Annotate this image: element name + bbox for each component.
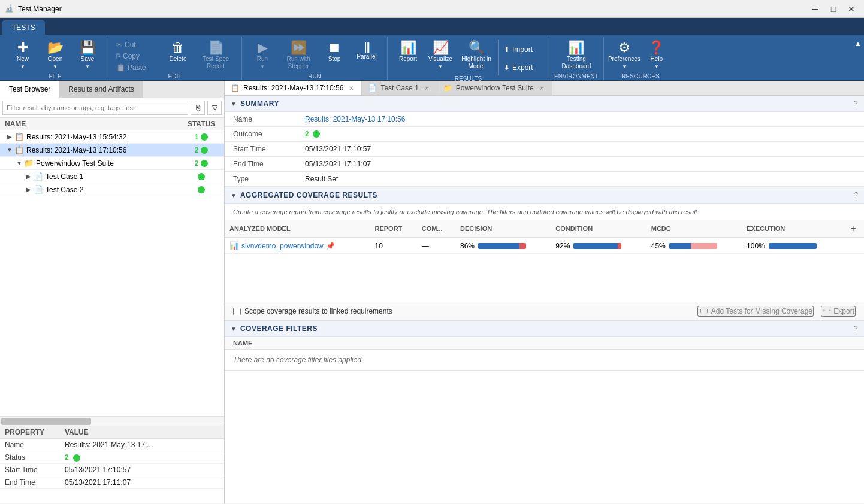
run-button[interactable]: ▶ Run ▼ (247, 40, 278, 73)
open-button[interactable]: 📂 Open ▼ (40, 40, 71, 73)
ribbon-group-environment: 📊 Testing Dashboard ENVIRONMENT (549, 37, 604, 80)
ribbon-collapse: ▲ (852, 37, 862, 80)
close-button[interactable]: ✕ (844, 3, 859, 15)
paste-button[interactable]: 📋 Paste (113, 62, 161, 73)
tree-item-tc2[interactable]: ▶ 📄 Test Case 2 (0, 183, 224, 196)
summary-toggle-icon: ▼ (231, 101, 237, 107)
copy-filter-button[interactable]: ⎘ (191, 101, 205, 115)
report-button[interactable]: 📊 Report (392, 40, 424, 73)
run-with-stepper-button[interactable]: ⏩ Run with Stepper (279, 40, 318, 73)
result-status-2: 2 (183, 146, 219, 154)
model-link[interactable]: slvnvdemo_powerwindow (241, 242, 324, 250)
expand-toggle-tc2[interactable]: ▶ (24, 186, 34, 193)
condition-pct: 92% (555, 242, 570, 250)
decision-bar (478, 243, 526, 249)
results-tab-label: Results: 2021-May-13 17:10:56 (243, 84, 343, 92)
suite-tab[interactable]: 📁 Powerwindow Test Suite ✕ (437, 81, 552, 95)
tree-item-result-2[interactable]: ▼ 📋 Results: 2021-May-13 17:10:56 2 (0, 144, 224, 157)
testcase1-tab-close[interactable]: ✕ (422, 84, 431, 92)
copy-button[interactable]: ⎘ Copy (113, 51, 161, 62)
property-row-name: Name Results: 2021-May-13 17:... (0, 439, 224, 451)
cut-button[interactable]: ✂ Cut (113, 40, 161, 50)
h-scroll-thumb[interactable] (1, 418, 91, 425)
result-name-link[interactable]: Results: 2021-May-13 17:10:56 (305, 115, 405, 123)
ribbon-group-resources: ⚙ Preferences ▼ ❓ Help ▼ RESOURCES (604, 37, 677, 80)
decision-pct: 86% (460, 242, 475, 250)
export-coverage-button[interactable]: ↑ ↑ Export (821, 306, 856, 317)
prop-name-label: Name (5, 441, 65, 449)
results-tab[interactable]: 📋 Results: 2021-May-13 17:10:56 ✕ (225, 81, 362, 95)
prop-status-label: Status (5, 453, 65, 462)
restore-button[interactable]: □ (826, 3, 841, 15)
summary-row-outcome: Outcome 2 (225, 127, 864, 142)
suite-name: Powerwindow Test Suite (36, 159, 183, 168)
tree-item-suite[interactable]: ▼ 📁 Powerwindow Test Suite 2 (0, 157, 224, 170)
minimize-button[interactable]: ─ (808, 3, 823, 15)
save-button[interactable]: 💾 Save ▼ (72, 40, 103, 73)
horizontal-scrollbar[interactable] (0, 416, 224, 426)
filters-help-icon[interactable]: ? (854, 324, 858, 333)
import-export-stack: ⬆ Import ⬇ Export (501, 40, 544, 75)
filter-options-button[interactable]: ▽ (207, 101, 222, 115)
tree-item-tc1[interactable]: ▶ 📄 Test Case 1 (0, 170, 224, 183)
expand-toggle-result-1[interactable]: ▶ (5, 133, 14, 140)
add-coverage-row-button[interactable]: + (847, 223, 859, 235)
filters-section-header[interactable]: ▼ COVERAGE FILTERS ? (225, 321, 864, 337)
export-button[interactable]: ⬇ Export (501, 60, 544, 75)
import-button[interactable]: ⬆ Import (501, 42, 544, 57)
tc2-name: Test Case 2 (46, 186, 183, 194)
preferences-button[interactable]: ⚙ Preferences ▼ (609, 40, 640, 73)
coverage-section-body: Create a coverage report from coverage r… (225, 204, 864, 320)
coverage-bottom-bar: Scope coverage results to linked require… (225, 302, 864, 320)
test-spec-report-button[interactable]: 📄 Test Spec Report (195, 40, 237, 73)
delete-button[interactable]: 🗑 Delete (162, 40, 194, 73)
tc2-status (183, 186, 219, 193)
expand-toggle-tc1[interactable]: ▶ (24, 173, 34, 180)
expand-toggle-result-2[interactable]: ▼ (5, 147, 14, 153)
add-tests-button[interactable]: + + Add Tests for Missing Coverage (697, 306, 814, 317)
results-artifacts-tab[interactable]: Results and Artifacts (59, 81, 143, 98)
summary-section-header[interactable]: ▼ SUMMARY ? (225, 96, 864, 112)
summary-help-icon[interactable]: ? (854, 99, 858, 108)
new-button[interactable]: ✚ New ▼ (7, 40, 38, 73)
testing-dashboard-button[interactable]: 📊 Testing Dashboard (555, 40, 597, 73)
parallel-button[interactable]: ||| Parallel (351, 40, 382, 73)
summary-outcome-label: Outcome (225, 127, 297, 142)
left-panel: Test Browser Results and Artifacts ⎘ ▽ N… (0, 81, 225, 503)
summary-end-label: End Time (225, 157, 297, 172)
tc2-status-icon (198, 186, 205, 193)
coverage-description: Create a coverage report from coverage r… (225, 204, 864, 220)
open-button-group: 📂 Open ▼ (40, 40, 71, 73)
col-analyzed-model: ANALYZED MODEL (225, 220, 370, 238)
test-browser-tab[interactable]: Test Browser (0, 81, 59, 98)
coverage-help-icon[interactable]: ? (854, 191, 858, 199)
filter-input[interactable] (2, 101, 188, 115)
tc2-icon: 📄 (34, 185, 43, 194)
run-group-label: RUN (308, 73, 321, 81)
scope-checkbox[interactable] (233, 308, 241, 315)
run-icon: ▶ (258, 41, 268, 54)
coverage-section-header[interactable]: ▼ AGGREGATED COVERAGE RESULTS ? (225, 187, 864, 204)
coverage-empty-space (225, 254, 864, 302)
edit-group-label: EDIT (168, 73, 182, 81)
suite-tab-close[interactable]: ✕ (537, 84, 546, 92)
visualize-button[interactable]: 📈 Visualize ▼ (425, 40, 456, 73)
coverage-action-buttons: + + Add Tests for Missing Coverage ↑ ↑ E… (697, 306, 856, 317)
tree-item-result-1[interactable]: ▶ 📋 Results: 2021-May-13 15:54:32 1 (0, 130, 224, 144)
tests-tab[interactable]: TESTS (2, 20, 45, 35)
summary-row-name: Name Results: 2021-May-13 17:10:56 (225, 112, 864, 127)
paste-icon: 📋 (116, 63, 125, 72)
highlight-in-model-button[interactable]: 🔍 Highlight in Model (457, 40, 496, 73)
condition-cell: 92% (551, 238, 646, 254)
help-button[interactable]: ❓ Help ▼ (641, 40, 672, 73)
ribbon-collapse-button[interactable]: ▲ (854, 40, 862, 48)
expand-toggle-suite[interactable]: ▼ (14, 160, 24, 166)
tree-area[interactable]: ▶ 📋 Results: 2021-May-13 15:54:32 1 ▼ 📋 … (0, 130, 224, 416)
results-tab-close[interactable]: ✕ (347, 84, 355, 92)
condition-bar (573, 243, 621, 249)
stop-button[interactable]: ⏹ Stop (319, 40, 350, 73)
coverage-toggle-icon: ▼ (231, 192, 237, 199)
content-tabs: 📋 Results: 2021-May-13 17:10:56 ✕ 📄 Test… (225, 81, 864, 96)
testcase1-tab[interactable]: 📄 Test Case 1 ✕ (362, 81, 437, 95)
summary-row-type: Type Result Set (225, 172, 864, 187)
